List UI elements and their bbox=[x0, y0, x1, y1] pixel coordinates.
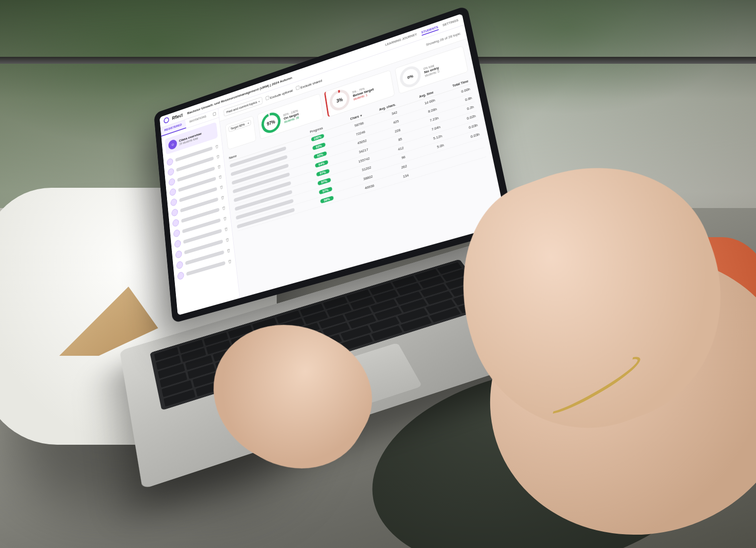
trash-icon[interactable] bbox=[224, 226, 228, 232]
target-value: Target 80% bbox=[230, 123, 245, 130]
svg-rect-0 bbox=[213, 112, 216, 116]
avatar bbox=[168, 168, 174, 176]
avatar bbox=[167, 158, 173, 166]
avatar bbox=[168, 177, 175, 186]
brand-logo-icon bbox=[164, 117, 169, 124]
trash-icon[interactable] bbox=[218, 174, 222, 180]
target-select[interactable]: Target 80% ▾ bbox=[228, 120, 252, 132]
people-icon: ☺ bbox=[168, 139, 177, 151]
trash-icon[interactable] bbox=[219, 184, 224, 190]
progress-pill: 96% bbox=[320, 196, 334, 204]
sidebar-settings-icon[interactable] bbox=[210, 109, 219, 120]
on-target-donut: 97% bbox=[260, 110, 282, 136]
checkbox-icon bbox=[295, 85, 300, 90]
sort-desc-icon: ▼ bbox=[360, 114, 363, 118]
avatar bbox=[177, 271, 184, 280]
avatar bbox=[171, 208, 178, 217]
trash-icon[interactable] bbox=[214, 144, 219, 149]
chevron-down-icon: ▾ bbox=[258, 100, 259, 103]
nav-settings[interactable]: SETTINGS bbox=[442, 18, 459, 28]
progress-pill: 97% bbox=[319, 187, 333, 195]
avatar bbox=[170, 198, 177, 207]
trash-icon[interactable] bbox=[216, 154, 220, 159]
checkbox-icon bbox=[265, 95, 269, 100]
target-card: Target 80% ▾ bbox=[225, 116, 256, 150]
avatar bbox=[169, 188, 176, 197]
below-target-donut: 3% bbox=[328, 87, 351, 113]
chevron-down-icon: ▾ bbox=[248, 122, 249, 125]
trash-icon[interactable] bbox=[223, 216, 227, 221]
trash-icon[interactable] bbox=[225, 237, 229, 243]
avatar bbox=[175, 250, 182, 259]
avatar bbox=[172, 218, 179, 227]
trash-icon[interactable] bbox=[226, 248, 231, 254]
brand-name: Rflect bbox=[172, 113, 183, 121]
trash-icon[interactable] bbox=[217, 164, 221, 169]
progress-pill: 97% bbox=[317, 178, 331, 186]
no-entry-donut: 0% bbox=[398, 64, 422, 90]
trash-icon[interactable] bbox=[221, 205, 226, 211]
trash-icon[interactable] bbox=[220, 195, 225, 200]
trash-icon[interactable] bbox=[227, 258, 232, 264]
avatar bbox=[176, 260, 183, 269]
avatar bbox=[174, 239, 181, 248]
avatar bbox=[173, 229, 180, 238]
